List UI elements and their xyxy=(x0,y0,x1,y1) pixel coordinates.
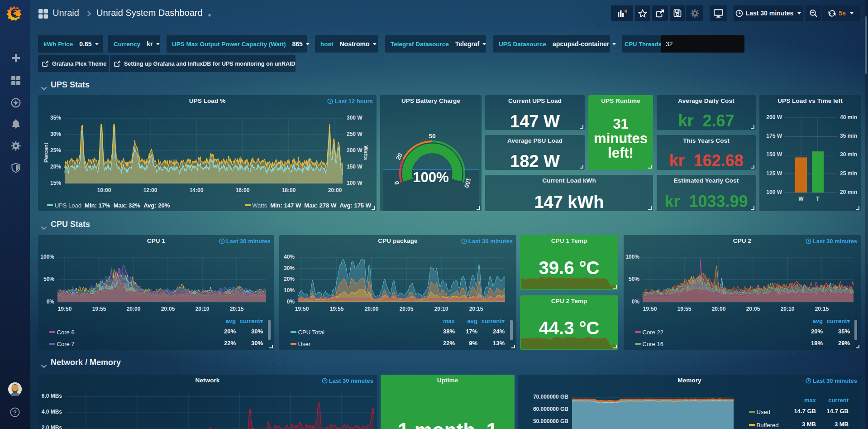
svg-text:?: ? xyxy=(13,409,17,416)
